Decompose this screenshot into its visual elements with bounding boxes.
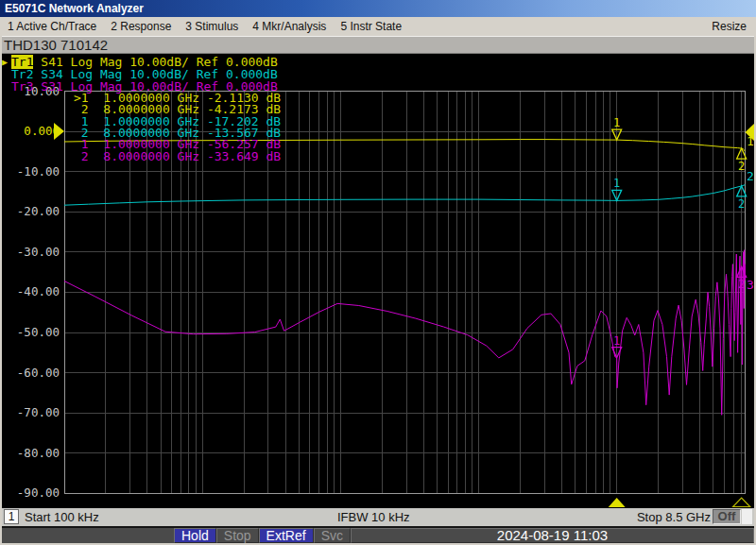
svg-text:1: 1 xyxy=(613,116,620,129)
marker-table: >1 1.0000000 GHz -2.1130 dB 2 8.0000000 … xyxy=(74,91,281,163)
svg-text:1: 1 xyxy=(613,177,620,190)
stimulus-marker-active[interactable] xyxy=(609,498,626,507)
title-bar: E5071C Network Analyzer xyxy=(0,0,756,17)
y-tick-label: -90.00 xyxy=(17,485,60,500)
trace-definitions: ▶Tr1 S41 Log Mag 10.00dB/ Ref 0.000dB Tr… xyxy=(2,56,278,93)
trace-parameters: S31 Log Mag 10.00dB/ Ref 0.000dB xyxy=(33,79,277,94)
y-tick-label: -30.00 xyxy=(17,245,60,259)
menu-item-1[interactable]: 1 Active Ch/Trace xyxy=(8,17,96,36)
menu-bar: 1 Active Ch/Trace2 Response3 Stimulus4 M… xyxy=(0,17,756,36)
svg-text:1: 1 xyxy=(613,334,620,348)
instrument-status-bar: Hold Stop ExtRef Svc 2024-08-19 11:03 xyxy=(2,528,754,543)
y-axis-labels: 10.000.000-10.00-20.00-30.00-40.00-50.00… xyxy=(17,84,60,501)
svg-text:2: 2 xyxy=(738,197,745,211)
stop-frequency-label: Stop 8.5 GHz xyxy=(637,508,711,526)
app-window: E5071C Network Analyzer 1 Active Ch/Trac… xyxy=(0,0,756,545)
menu-items: 1 Active Ch/Trace2 Response3 Stimulus4 M… xyxy=(0,17,712,36)
ifbw-label: IFBW 10 kHz xyxy=(337,508,410,526)
plot-area[interactable]: 10.000.000-10.00-20.00-30.00-40.00-50.00… xyxy=(0,54,756,508)
screen-header-bar: THD130 710142 xyxy=(0,36,756,54)
y-tick-label: -80.00 xyxy=(17,446,60,460)
instrument-screen[interactable]: ▶Tr1 S41 Log Mag 10.00dB/ Ref 0.000dB Tr… xyxy=(0,54,756,508)
marker-table-row: 2 8.0000000 GHz -33.649 dB xyxy=(74,149,281,163)
svg-text:2: 2 xyxy=(738,278,745,291)
menu-item-3[interactable]: 3 Stimulus xyxy=(185,17,238,36)
off-indicator: Off xyxy=(713,509,741,524)
svc-status: Svc xyxy=(314,528,351,543)
trace-2 xyxy=(64,185,746,206)
y-tick-label: -70.00 xyxy=(17,405,60,419)
status-spacer xyxy=(2,528,174,543)
trace-arrow-placeholder xyxy=(2,68,11,80)
trace-end-number: 3 xyxy=(747,278,754,292)
extref-status: ExtRef xyxy=(259,528,314,543)
menu-item-4[interactable]: 4 Mkr/Analysis xyxy=(252,17,326,36)
measurement-title: THD130 710142 xyxy=(4,37,108,53)
channel-status-bar: 1 Start 100 kHz IFBW 10 kHz Stop 8.5 GHz… xyxy=(2,508,754,526)
y-tick-label: -40.00 xyxy=(17,284,60,298)
trace-end-number: 2 xyxy=(747,169,754,183)
y-tick-label: -20.00 xyxy=(17,204,60,218)
stimulus-marker[interactable] xyxy=(733,498,750,507)
trace-def-tr3[interactable]: Tr3 S31 Log Mag 10.00dB/ Ref 0.000dB xyxy=(2,80,278,93)
trace-name: Tr3 xyxy=(11,79,33,94)
trace-end-number: 1 xyxy=(747,134,754,148)
stop-status: Stop xyxy=(216,528,259,543)
active-trace-arrow-icon: ▶ xyxy=(2,56,11,68)
y-tick-label: -50.00 xyxy=(17,325,60,339)
resize-button[interactable]: Resize xyxy=(712,17,756,36)
menu-item-5[interactable]: 5 Instr State xyxy=(340,17,402,36)
y-tick-label: -60.00 xyxy=(17,366,60,380)
window-title: E5071C Network Analyzer xyxy=(5,2,144,15)
trace-arrow-placeholder xyxy=(2,80,11,93)
datetime-display: 2024-08-19 11:03 xyxy=(351,528,754,543)
y-tick-label: -10.00 xyxy=(17,164,60,179)
menu-item-2[interactable]: 2 Response xyxy=(111,17,171,36)
start-frequency-label: Start 100 kHz xyxy=(25,508,99,526)
status-bar-corner xyxy=(742,509,752,524)
svg-text:2: 2 xyxy=(738,160,745,173)
window-frame-left xyxy=(0,36,2,545)
channel-number-badge: 1 xyxy=(4,509,19,524)
hold-status: Hold xyxy=(174,528,216,543)
